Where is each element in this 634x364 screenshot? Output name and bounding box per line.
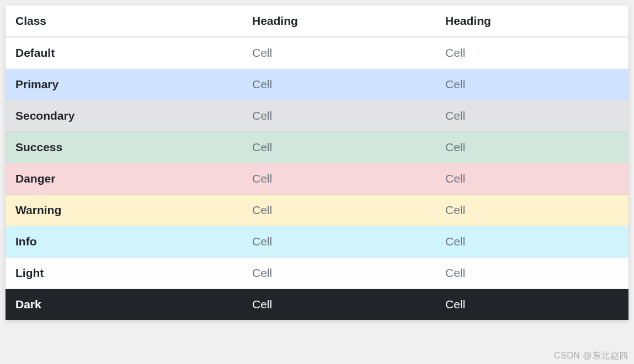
row-label-danger: Danger xyxy=(6,163,242,195)
cell: Cell xyxy=(435,37,628,69)
cell: Cell xyxy=(435,69,628,100)
cell: Cell xyxy=(242,100,435,132)
row-label-primary: Primary xyxy=(6,69,242,100)
cell: Cell xyxy=(435,100,628,132)
row-label-info: Info xyxy=(6,226,242,258)
cell: Cell xyxy=(242,132,435,163)
row-label-default: Default xyxy=(6,37,242,69)
cell: Cell xyxy=(435,195,628,226)
cell: Cell xyxy=(435,132,628,163)
cell: Cell xyxy=(242,69,435,100)
row-label-success: Success xyxy=(6,132,242,163)
header-heading-2: Heading xyxy=(435,6,628,37)
row-label-light: Light xyxy=(6,258,242,289)
cell: Cell xyxy=(242,195,435,226)
row-label-dark: Dark xyxy=(6,289,242,320)
cell: Cell xyxy=(435,226,628,258)
cell: Cell xyxy=(242,258,435,289)
row-label-secondary: Secondary xyxy=(6,100,242,132)
cell: Cell xyxy=(435,289,628,320)
table-row: Light Cell Cell xyxy=(6,258,628,289)
cell: Cell xyxy=(435,258,628,289)
table-header-row: Class Heading Heading xyxy=(6,6,628,37)
table-row: Primary Cell Cell xyxy=(6,69,628,100)
header-heading-1: Heading xyxy=(242,6,435,37)
cell: Cell xyxy=(242,226,435,258)
table-row: Success Cell Cell xyxy=(6,132,628,163)
cell: Cell xyxy=(242,163,435,195)
table-row: Danger Cell Cell xyxy=(6,163,628,195)
cell: Cell xyxy=(242,37,435,69)
table-row: Default Cell Cell xyxy=(6,37,628,69)
cell: Cell xyxy=(242,289,435,320)
contextual-classes-table: Class Heading Heading Default Cell Cell … xyxy=(6,6,628,320)
table-row: Info Cell Cell xyxy=(6,226,628,258)
table-row: Warning Cell Cell xyxy=(6,195,628,226)
cell: Cell xyxy=(435,163,628,195)
header-class: Class xyxy=(6,6,242,37)
table-row: Dark Cell Cell xyxy=(6,289,628,320)
row-label-warning: Warning xyxy=(6,195,242,226)
table-card: Class Heading Heading Default Cell Cell … xyxy=(6,6,628,320)
table-row: Secondary Cell Cell xyxy=(6,100,628,132)
